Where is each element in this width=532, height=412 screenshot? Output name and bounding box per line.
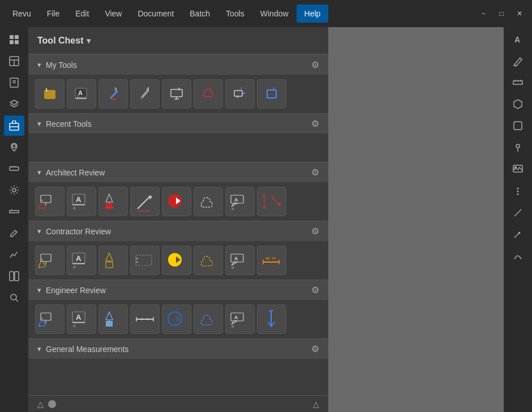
menu-view[interactable]: View bbox=[97, 5, 130, 23]
tool-item[interactable] bbox=[257, 304, 286, 334]
menu-tools[interactable]: Tools bbox=[218, 5, 252, 23]
tool-item[interactable] bbox=[162, 187, 191, 216]
sidebar-icon-edit[interactable] bbox=[4, 223, 24, 243]
tool-item[interactable] bbox=[194, 187, 223, 216]
tool-icon: 6 bbox=[200, 85, 216, 103]
tool-item[interactable] bbox=[98, 304, 128, 334]
sidebar-icon-layout[interactable] bbox=[4, 51, 24, 71]
tool-item[interactable]: 7a bbox=[225, 79, 255, 109]
tool-item[interactable] bbox=[130, 246, 160, 275]
tool-item[interactable] bbox=[98, 246, 128, 275]
tool-item[interactable] bbox=[130, 187, 160, 216]
triangle-left-icon: △ bbox=[37, 400, 44, 409]
menu-batch[interactable]: Batch bbox=[182, 5, 218, 23]
tool-item[interactable]: 1 bbox=[35, 79, 65, 109]
my-tools-gear-icon[interactable]: ⚙ bbox=[311, 59, 319, 70]
svg-line-58 bbox=[138, 196, 150, 209]
tool-item[interactable] bbox=[98, 187, 128, 216]
right-sidebar-pin-icon[interactable] bbox=[508, 137, 528, 157]
recent-tools-gear-icon[interactable]: ⚙ bbox=[311, 118, 319, 129]
sidebar-icon-search[interactable] bbox=[4, 287, 24, 308]
tool-item[interactable]: Aa bbox=[225, 246, 255, 275]
tool-item[interactable]: 5 bbox=[162, 79, 191, 109]
contractor-review-gear-icon[interactable]: ⚙ bbox=[311, 226, 319, 237]
sidebar-icon-chart[interactable] bbox=[4, 244, 24, 265]
tool-item[interactable]: a bbox=[35, 304, 65, 334]
tool-item[interactable] bbox=[194, 246, 223, 275]
svg-text:A: A bbox=[76, 195, 81, 204]
right-sidebar-arc-icon[interactable] bbox=[508, 246, 528, 266]
contractor-review-label: Contractor Review bbox=[46, 227, 311, 236]
sidebar-icon-grid[interactable] bbox=[4, 29, 24, 50]
tool-item[interactable] bbox=[257, 187, 286, 216]
contractor-review-section-header[interactable]: ▾ Contractor Review ⚙ bbox=[28, 221, 328, 241]
tool-item[interactable] bbox=[194, 304, 223, 334]
tool-item[interactable]: Aa bbox=[67, 187, 96, 216]
my-tools-section-header[interactable]: ▾ My Tools ⚙ bbox=[28, 54, 328, 75]
sidebar-icon-layers[interactable] bbox=[4, 94, 24, 114]
tool-item[interactable]: 4 bbox=[130, 79, 160, 109]
general-measurements-gear-icon[interactable]: ⚙ bbox=[311, 344, 319, 354]
tool-item[interactable]: 8 bbox=[257, 79, 286, 109]
tool-item[interactable] bbox=[130, 304, 160, 334]
tool-item[interactable]: a bbox=[35, 246, 65, 275]
general-measurements-section-header[interactable]: ▾ General Measurements ⚙ bbox=[28, 338, 328, 359]
tool-list[interactable]: ▾ My Tools ⚙ 1 A2 bbox=[28, 54, 328, 395]
svg-point-130 bbox=[517, 194, 519, 195]
right-sidebar-line-icon[interactable] bbox=[508, 203, 528, 223]
tool-item[interactable]: Aa bbox=[225, 187, 255, 216]
menu-edit[interactable]: Edit bbox=[67, 5, 97, 23]
right-sidebar-arrow-icon[interactable] bbox=[508, 224, 528, 244]
tool-item[interactable]: Aa bbox=[225, 304, 255, 334]
right-sidebar-shape-icon[interactable] bbox=[508, 115, 528, 136]
right-sidebar-pencil-icon[interactable] bbox=[508, 51, 528, 71]
svg-line-32 bbox=[110, 98, 117, 100]
sidebar-icon-location[interactable] bbox=[4, 137, 24, 157]
close-button[interactable]: ✕ bbox=[512, 6, 527, 22]
sidebar-icon-compare[interactable] bbox=[4, 266, 24, 286]
tool-item[interactable]: WH bbox=[257, 246, 286, 275]
menu-revu[interactable]: Revu bbox=[5, 5, 39, 23]
menu-file[interactable]: File bbox=[39, 5, 68, 23]
svg-text:3: 3 bbox=[114, 87, 117, 92]
svg-rect-81 bbox=[136, 255, 152, 265]
sidebar-icon-toolchest[interactable] bbox=[4, 115, 24, 136]
menu-help[interactable]: Help bbox=[297, 5, 329, 23]
svg-text:1: 1 bbox=[45, 87, 48, 92]
tool-item[interactable] bbox=[162, 304, 191, 334]
window-controls: − □ ✕ bbox=[475, 6, 527, 22]
tool-chest-title-button[interactable]: Tool Chest ▾ bbox=[37, 36, 91, 46]
sidebar-icon-measure[interactable] bbox=[4, 158, 24, 179]
tool-item[interactable] bbox=[162, 246, 191, 275]
sidebar-icon-bookmark[interactable] bbox=[4, 72, 24, 93]
tool-item[interactable]: 6 bbox=[194, 79, 223, 109]
sidebar-icon-settings[interactable] bbox=[4, 180, 24, 200]
menu-window[interactable]: Window bbox=[252, 5, 297, 23]
svg-text:a: a bbox=[231, 206, 234, 211]
scroll-indicator bbox=[48, 400, 56, 408]
architect-review-section-header[interactable]: ▾ Architect Review ⚙ bbox=[28, 162, 328, 182]
engineer-review-section-header[interactable]: ▾ Engineer Review ⚙ bbox=[28, 280, 328, 300]
right-sidebar-measure-icon[interactable] bbox=[508, 72, 528, 93]
recent-tools-section-header[interactable]: ▾ Recent Tools ⚙ bbox=[28, 113, 328, 134]
svg-text:a: a bbox=[231, 324, 234, 329]
tool-chest-chevron-icon: ▾ bbox=[87, 36, 91, 45]
sidebar-icon-ruler[interactable] bbox=[4, 201, 24, 222]
minimize-button[interactable]: − bbox=[475, 6, 491, 22]
menu-document[interactable]: Document bbox=[130, 5, 182, 23]
right-sidebar-image-icon[interactable] bbox=[508, 158, 528, 179]
tool-item[interactable]: 3 bbox=[98, 79, 128, 109]
tool-item[interactable]: A2 bbox=[67, 79, 96, 109]
architect-review-gear-icon[interactable]: ⚙ bbox=[311, 167, 319, 178]
general-measurements-label: General Measurements bbox=[46, 345, 311, 354]
engineer-review-gear-icon[interactable]: ⚙ bbox=[311, 285, 319, 295]
maximize-button[interactable]: □ bbox=[494, 6, 509, 22]
tool-item[interactable]: a bbox=[35, 187, 65, 216]
svg-rect-14 bbox=[10, 167, 19, 170]
right-sidebar-hexagon-icon[interactable] bbox=[508, 94, 528, 114]
menu-bar: Revu File Edit View Document Batch Tools… bbox=[0, 0, 532, 27]
tool-item[interactable]: Aa bbox=[67, 304, 96, 334]
tool-item[interactable]: Aa bbox=[67, 246, 96, 275]
right-sidebar-text-icon[interactable]: A bbox=[508, 29, 528, 50]
contractor-review-grid: a Aa bbox=[28, 241, 328, 280]
